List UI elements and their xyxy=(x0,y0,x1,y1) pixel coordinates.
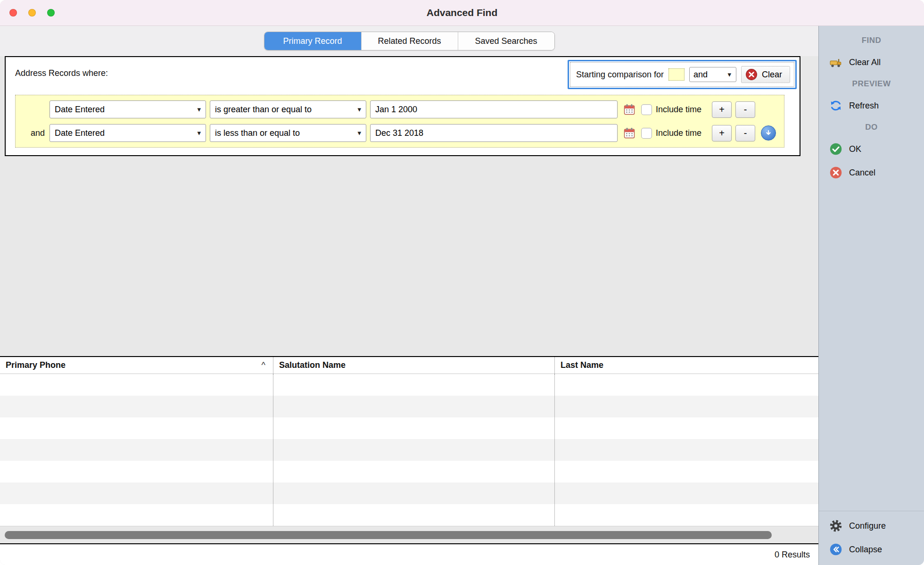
query-content: Address Records where: Starting comparis… xyxy=(0,56,818,356)
sidebar-item-label: Cancel xyxy=(849,168,875,178)
sidebar-item-configure[interactable]: Configure xyxy=(819,514,924,538)
query-panel: Address Records where: Starting comparis… xyxy=(5,56,800,156)
sidebar-item-collapse[interactable]: Collapse xyxy=(819,538,924,561)
remove-condition-button[interactable]: - xyxy=(735,101,755,118)
column-separator xyxy=(273,374,273,526)
sidebar-item-label: Collapse xyxy=(849,545,882,555)
where-label: Address Records where: xyxy=(8,60,108,78)
sort-ascending-indicator: ^ xyxy=(262,360,267,370)
tab-group: Primary Record Related Records Saved Sea… xyxy=(264,32,555,50)
close-window-button[interactable] xyxy=(9,9,17,17)
starting-operator-select-wrap: and xyxy=(689,67,736,82)
title-bar: Advanced Find xyxy=(0,0,924,26)
main-area: Primary Record Related Records Saved Sea… xyxy=(0,26,818,565)
results-table-header: Primary Phone ^ Salutation Name Last Nam… xyxy=(0,356,818,374)
clear-all-icon xyxy=(829,56,842,69)
include-time-checkbox[interactable] xyxy=(641,128,652,139)
tab-primary-record[interactable]: Primary Record xyxy=(264,32,361,50)
status-bar: 0 Results xyxy=(0,543,818,565)
results-table-body xyxy=(0,374,818,526)
add-condition-button[interactable]: + xyxy=(712,101,732,118)
sidebar-item-refresh[interactable]: Refresh xyxy=(819,94,924,117)
clear-comparison-label: Clear xyxy=(762,70,782,80)
advanced-find-window: Advanced Find Primary Record Related Rec… xyxy=(0,0,924,565)
column-label: Last Name xyxy=(561,360,603,370)
sidebar-item-clear-all[interactable]: Clear All xyxy=(819,50,924,74)
operator-select[interactable]: is greater than or equal to xyxy=(210,100,366,118)
tab-related-records[interactable]: Related Records xyxy=(361,32,458,50)
collapse-icon xyxy=(829,543,842,556)
column-header-last-name[interactable]: Last Name xyxy=(554,357,818,374)
cancel-icon xyxy=(829,166,842,179)
zoom-window-button[interactable] xyxy=(47,9,55,17)
field-select-wrap: Date Entered xyxy=(50,100,206,118)
window-title: Advanced Find xyxy=(427,7,498,18)
tab-strip: Primary Record Related Records Saved Sea… xyxy=(0,26,818,56)
field-select-wrap: Date Entered xyxy=(50,124,206,142)
sidebar-item-label: OK xyxy=(849,144,861,154)
column-separator xyxy=(554,374,555,526)
traffic-lights xyxy=(9,0,55,25)
calendar-icon xyxy=(623,103,636,116)
starting-comparison-label: Starting comparison for xyxy=(576,70,664,80)
clear-x-icon xyxy=(745,68,758,81)
clear-comparison-button[interactable]: Clear xyxy=(741,66,790,83)
sidebar-footer: Configure Collapse xyxy=(819,511,924,565)
sidebar-header-find: FIND xyxy=(819,31,924,50)
condition-row: and Date Entered is less than or equal t… xyxy=(20,123,779,143)
field-select[interactable]: Date Entered xyxy=(50,100,206,118)
ok-icon xyxy=(829,142,842,156)
value-input[interactable] xyxy=(370,100,618,118)
arrow-down-icon xyxy=(765,129,772,137)
minimize-window-button[interactable] xyxy=(28,9,36,17)
include-time-label: Include time xyxy=(656,105,701,115)
column-label: Salutation Name xyxy=(279,360,346,370)
results-count: 0 Results xyxy=(775,550,810,560)
calendar-icon xyxy=(623,126,636,140)
sidebar-item-label: Configure xyxy=(849,521,886,531)
column-header-salutation-name[interactable]: Salutation Name xyxy=(273,357,554,374)
sidebar-header-do: DO xyxy=(819,117,924,137)
horizontal-scrollbar-thumb[interactable] xyxy=(5,531,772,539)
sidebar-header-preview: PREVIEW xyxy=(819,74,924,94)
starting-comparison-field[interactable] xyxy=(668,68,685,81)
value-input[interactable] xyxy=(370,124,618,142)
join-label: and xyxy=(20,128,46,138)
sidebar-item-ok[interactable]: OK xyxy=(819,137,924,161)
starting-operator-select[interactable]: and xyxy=(689,67,736,82)
sidebar-item-cancel[interactable]: Cancel xyxy=(819,161,924,184)
operator-select-wrap: is greater than or equal to xyxy=(210,100,366,118)
condition-row: Date Entered is greater than or equal to xyxy=(20,99,779,120)
tab-saved-searches[interactable]: Saved Searches xyxy=(458,32,554,50)
column-label: Primary Phone xyxy=(6,360,66,370)
starting-comparison-box: Starting comparison for and xyxy=(568,60,797,89)
gear-icon xyxy=(829,519,842,532)
add-condition-button[interactable]: + xyxy=(712,125,732,141)
calendar-picker-button[interactable] xyxy=(621,125,637,141)
operator-select-wrap: is less than or equal to xyxy=(210,124,366,142)
calendar-picker-button[interactable] xyxy=(621,101,637,117)
refresh-icon xyxy=(829,99,842,112)
include-time-label: Include time xyxy=(656,128,701,138)
actions-sidebar: FIND Clear All PREVIEW xyxy=(818,26,924,565)
condition-group: Date Entered is greater than or equal to xyxy=(15,95,784,148)
horizontal-scrollbar-track[interactable] xyxy=(0,526,818,543)
sidebar-item-label: Clear All xyxy=(849,58,881,67)
move-condition-down-button[interactable] xyxy=(761,125,776,141)
column-header-primary-phone[interactable]: Primary Phone ^ xyxy=(0,357,273,374)
include-time-checkbox[interactable] xyxy=(641,104,652,115)
remove-condition-button[interactable]: - xyxy=(735,125,755,141)
sidebar-item-label: Refresh xyxy=(849,101,879,111)
field-select[interactable]: Date Entered xyxy=(50,124,206,142)
operator-select[interactable]: is less than or equal to xyxy=(210,124,366,142)
